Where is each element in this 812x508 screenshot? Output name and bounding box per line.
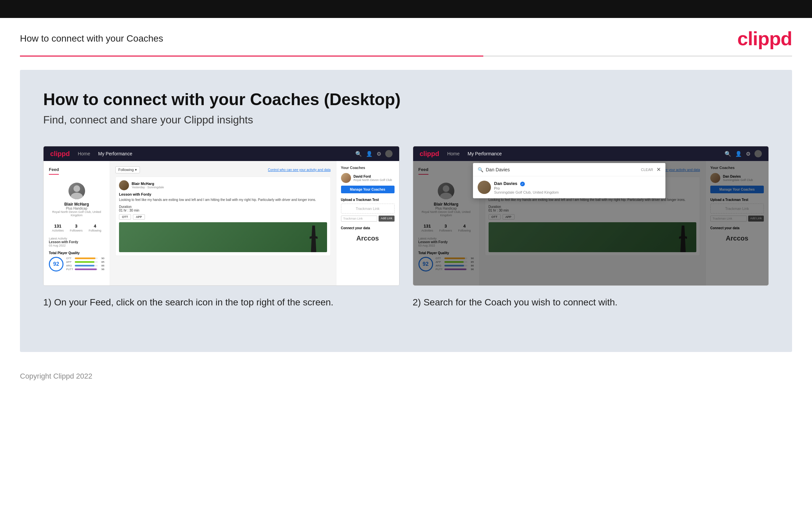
nav-myperformance-2[interactable]: My Performance — [468, 151, 502, 156]
avatar-1 — [68, 183, 85, 199]
score-circle-1: 92 — [49, 257, 63, 271]
result-title: Pro — [494, 186, 559, 190]
avatar-icon-1[interactable] — [385, 150, 392, 157]
settings-icon-2[interactable]: ⚙ — [746, 151, 751, 157]
trackman-link-box-1: Trackman Link — [341, 204, 394, 214]
profile-stats-1: 131 Activities 3 Followers 4 Following — [49, 221, 104, 235]
screenshot-2-block: clippd Home My Performance 🔍 👤 ⚙ Feed — [413, 146, 769, 309]
following-val-1: 4 — [89, 223, 101, 228]
verified-badge: ✓ — [520, 182, 525, 186]
app-navbar-1: clippd Home My Performance 🔍 👤 ⚙ — [44, 146, 399, 161]
latest-activity-1: Latest Activity Lesson with Fordy 03 Aug… — [49, 237, 104, 247]
trackman-title-1: Upload a Trackman Test — [341, 198, 394, 202]
screenshot-1-frame: clippd Home My Performance 🔍 👤 ⚙ Feed — [43, 146, 399, 286]
header: How to connect with your Coaches clippd — [0, 18, 812, 55]
result-info: Dan Davies ✓ Pro Sunningdale Golf Club, … — [494, 180, 559, 194]
coach-club-1: Royal North Devon Golf Club — [354, 178, 392, 182]
arccos-logo-1: Arccos — [341, 232, 394, 245]
coaches-title-1: Your Coaches — [341, 166, 394, 170]
control-link-1[interactable]: Control who can see your activity and da… — [268, 168, 330, 172]
profile-handicap-1: Plus Handicap — [49, 207, 104, 210]
screenshots-row: clippd Home My Performance 🔍 👤 ⚙ Feed — [43, 146, 769, 309]
profile-card-1: Blair McHarg Plus Handicap Royal North D… — [49, 179, 104, 221]
nav-icons-2: 🔍 👤 ⚙ — [725, 150, 762, 157]
duration-label-1: Duration — [119, 205, 132, 209]
post-title-1: Lesson with Fordy — [119, 192, 327, 196]
duration-val-1: 01 hr : 30 min — [119, 209, 139, 212]
profile-name-1: Blair McHarg — [49, 202, 104, 207]
app-right-1: Your Coaches David Ford Royal North Devo… — [336, 161, 399, 286]
avatar-icon-2[interactable] — [755, 150, 762, 157]
result-club: Sunningdale Golf Club, United Kingdom — [494, 190, 559, 194]
app-sidebar-1: Feed Blair McHarg Plus Handicap Royal No… — [44, 161, 110, 286]
profile-club-1: Royal North Devon Golf Club, United King… — [49, 210, 104, 217]
following-btn-1[interactable]: Following ▾ — [115, 166, 140, 173]
nav-myperformance-1[interactable]: My Performance — [98, 151, 132, 156]
score-bars-1: OTT90 APP85 ARG86 PUTT96 — [66, 257, 104, 271]
app-logo-1: clippd — [50, 150, 70, 158]
coach-item-1: David Ford Royal North Devon Golf Club — [341, 173, 394, 183]
player-performance-1: Total Player Quality 92 OTT90 APP85 ARG8… — [49, 251, 104, 271]
post-card-1: Blair McHarg Yesterday · Sunningdale Les… — [115, 177, 331, 256]
main-title: How to connect with your Coaches (Deskto… — [43, 90, 769, 109]
main-content: How to connect with your Coaches (Deskto… — [20, 70, 792, 352]
svg-point-0 — [74, 185, 80, 192]
user-icon-2[interactable]: 👤 — [735, 151, 742, 157]
nav-home-1[interactable]: Home — [78, 151, 90, 156]
app-feed-1: Following ▾ Control who can see your act… — [110, 161, 336, 286]
avatar-img-1 — [68, 183, 85, 199]
latest-activity-label-1: Latest Activity — [49, 237, 67, 240]
connect-title-1: Connect your data — [341, 226, 394, 230]
step-1-number: 1) — [43, 297, 51, 307]
followers-val-1: 3 — [70, 223, 83, 228]
off-btn-1[interactable]: OTT — [119, 214, 131, 220]
svg-point-1 — [71, 193, 83, 199]
copyright-text: Copyright Clippd 2022 — [20, 372, 92, 380]
followers-label-1: Followers — [70, 229, 83, 232]
trackman-input-1[interactable]: Trackman Link — [341, 216, 378, 221]
search-close-btn[interactable]: ✕ — [657, 166, 661, 173]
search-result-item[interactable]: Dan Davies ✓ Pro Sunningdale Golf Club, … — [473, 176, 666, 198]
app-body-1: Feed Blair McHarg Plus Handicap Royal No… — [44, 161, 399, 286]
activity-date-1: 03 Aug 2022 — [49, 244, 66, 247]
trackman-section-1: Upload a Trackman Test Trackman Link Tra… — [341, 198, 394, 221]
connect-section-1: Connect your data Arccos — [341, 226, 394, 245]
app-btn-1[interactable]: APP — [133, 214, 145, 220]
activities-label-1: Activities — [52, 229, 64, 232]
result-name-row: Dan Davies ✓ — [494, 180, 559, 186]
clippd-logo: clippd — [737, 27, 792, 50]
post-duration-1: Duration 01 hr : 30 min — [119, 205, 327, 212]
golf-silhouette-1 — [307, 225, 321, 252]
post-actions-1: OTT APP — [119, 214, 327, 220]
user-icon-1[interactable]: 👤 — [366, 151, 373, 157]
feed-label-1: Feed — [49, 167, 59, 175]
nav-home-2[interactable]: Home — [447, 151, 459, 156]
settings-icon-1[interactable]: ⚙ — [377, 151, 381, 157]
post-author-1: Blair McHarg — [132, 182, 164, 186]
add-link-btn-1[interactable]: Add Link — [379, 216, 394, 221]
search-modal: 🔍 Dan Davies CLEAR ✕ Dan Davies ✓ Pro — [473, 163, 666, 198]
screenshot-2-frame: clippd Home My Performance 🔍 👤 ⚙ Feed — [413, 146, 769, 286]
perf-title-1: Total Player Quality — [49, 251, 104, 255]
step-1-description: 1) On your Feed, click on the search ico… — [43, 296, 399, 309]
footer: Copyright Clippd 2022 — [0, 365, 812, 387]
following-row-1: Following ▾ Control who can see your act… — [115, 166, 331, 173]
search-input-val[interactable]: Dan Davies — [486, 167, 641, 172]
search-icon-1[interactable]: 🔍 — [355, 151, 362, 157]
coach-name-1: David Ford — [354, 175, 392, 178]
post-meta-1: Yesterday · Sunningdale — [132, 186, 164, 189]
trackman-input-row-1: Trackman Link Add Link — [341, 216, 394, 221]
search-clear-btn[interactable]: CLEAR — [641, 168, 653, 172]
search-icon-2[interactable]: 🔍 — [725, 151, 731, 157]
post-avatar-1 — [119, 180, 129, 190]
app-navbar-2: clippd Home My Performance 🔍 👤 ⚙ — [413, 146, 769, 161]
screenshot-1-block: clippd Home My Performance 🔍 👤 ⚙ Feed — [43, 146, 399, 309]
result-name: Dan Davies — [494, 181, 518, 186]
main-subtitle: Find, connect and share your Clippd insi… — [43, 114, 769, 126]
step-2-number: 2) — [413, 297, 421, 307]
manage-coaches-btn-1[interactable]: Manage Your Coaches — [341, 186, 394, 193]
nav-icons-1: 🔍 👤 ⚙ — [355, 150, 392, 157]
coach-avatar-1 — [341, 173, 351, 183]
following-label-1: Following — [89, 229, 101, 232]
activity-link-1[interactable]: Lesson with Fordy — [49, 240, 78, 244]
